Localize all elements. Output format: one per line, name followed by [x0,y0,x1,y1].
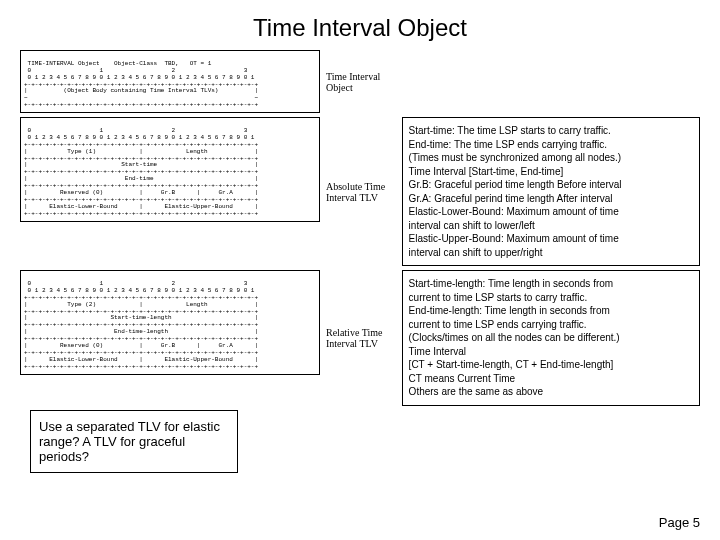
d3-sep5: +-+-+-+-+-+-+-+-+-+-+-+-+-+-+-+-+-+-+-+-… [24,363,258,370]
question-box: Use a separated TLV for elastic range? A… [30,410,238,473]
diagram-absolute-tlv: 0 1 2 3 0 1 2 3 4 5 6 7 8 9 0 1 2 3 4 5 … [20,117,320,221]
diagram-relative-tlv: 0 1 2 3 0 1 2 3 4 5 6 7 8 9 0 1 2 3 4 5 … [20,270,320,374]
label-relative-tlv: Relative Time Interval TLV [326,327,396,349]
note-absolute: Start-time: The time LSP starts to carry… [402,117,700,266]
page-title: Time Interval Object [20,14,700,42]
d1-sep2: +-+-+-+-+-+-+-+-+-+-+-+-+-+-+-+-+-+-+-+-… [24,101,258,108]
label-absolute-tlv: Absolute Time Interval TLV [326,181,396,203]
diagram-time-interval-object: TIME-INTERVAL Object Object-Class TBD, O… [20,50,320,113]
page-number: Page 5 [659,515,700,530]
label-time-interval-object: Time Interval Object [326,71,396,93]
d2-sep5: +-+-+-+-+-+-+-+-+-+-+-+-+-+-+-+-+-+-+-+-… [24,210,258,217]
note-relative: Start-time-length: Time length in second… [402,270,700,406]
